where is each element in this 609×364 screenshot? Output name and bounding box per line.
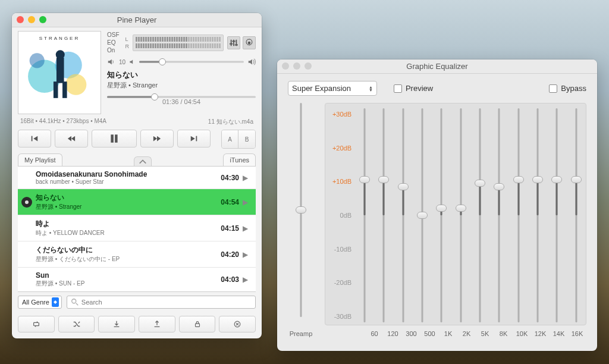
play-icon[interactable]: ▶ (239, 174, 251, 182)
svg-rect-19 (196, 136, 197, 142)
channel-left-label: L (125, 36, 130, 42)
ab-loop-a-button[interactable]: A (222, 130, 238, 148)
eq-preset-select[interactable]: Super Expansion ▲▼ (288, 81, 377, 96)
eq-band-slider[interactable] (436, 108, 447, 322)
play-icon[interactable]: ▶ (239, 250, 251, 259)
filename-label: 11 知らない.m4a (208, 118, 253, 126)
play-icon[interactable]: ▶ (239, 275, 251, 284)
track-duration: 04:03 (212, 275, 239, 284)
eq-band-slider[interactable] (513, 108, 524, 322)
svg-point-4 (30, 53, 45, 68)
track-subtitle: 星野源 • くだらないの中に - EP (36, 255, 212, 263)
track-subtitle: back number • Super Star (36, 178, 212, 185)
minimize-icon[interactable] (293, 62, 300, 70)
player-titlebar[interactable]: Pine Player (12, 13, 262, 27)
track-duration: 04:54 (212, 198, 239, 206)
svg-rect-7 (54, 81, 58, 98)
playlist-row[interactable]: 知らない星野源 • Stranger04:54▶ (18, 189, 256, 215)
now-playing-artist: 星野源 • Stranger (107, 81, 256, 90)
preview-label: Preview (406, 84, 433, 93)
genre-select[interactable]: All Genre (18, 296, 62, 309)
preamp-slider[interactable] (296, 103, 306, 317)
shuffle-button[interactable] (58, 316, 95, 332)
eq-band-slider[interactable] (378, 108, 389, 322)
track-title: Sun (36, 271, 212, 280)
eq-band-slider[interactable] (532, 108, 543, 322)
bypass-checkbox[interactable]: Bypass (549, 84, 586, 93)
svg-rect-9 (231, 39, 232, 46)
volume-low-icon (129, 58, 136, 66)
eq-band-slider[interactable] (551, 108, 562, 322)
now-playing-icon (21, 197, 32, 208)
eq-band-label: 12K (531, 330, 550, 337)
eq-band-slider[interactable] (494, 108, 504, 322)
play-icon[interactable]: ▶ (239, 224, 251, 233)
fastforward-button[interactable] (140, 130, 174, 148)
settings-button[interactable] (243, 36, 256, 49)
eq-band-label: 60 (365, 330, 384, 337)
eq-sliders-button[interactable] (227, 36, 240, 49)
play-pause-button[interactable] (92, 130, 137, 148)
eq-band-slider[interactable] (417, 108, 428, 322)
maximize-icon[interactable] (304, 62, 312, 70)
tab-my-playlist[interactable]: My Playlist (18, 153, 62, 166)
minimize-icon[interactable] (28, 16, 35, 23)
export-button[interactable] (139, 316, 175, 332)
eq-band-slider[interactable] (475, 108, 485, 322)
prev-track-button[interactable] (18, 130, 51, 148)
play-icon[interactable]: ▶ (239, 198, 251, 206)
db-tick-labels: +30dB+20dB+10dB0dB-10dB-20dB-30dB (325, 108, 355, 322)
genre-select-value: All Genre (22, 299, 49, 306)
playlist-row[interactable]: くだらないの中に星野源 • くだらないの中に - EP04:20▶ (18, 241, 256, 268)
now-playing-title: 知らない (107, 70, 256, 80)
svg-rect-14 (235, 44, 238, 45)
eq-band-label: 1K (439, 330, 457, 337)
eq-band-slider[interactable] (571, 108, 582, 322)
eq-band-slider[interactable] (456, 108, 466, 322)
svg-point-3 (65, 74, 86, 95)
volume-slider[interactable] (139, 58, 244, 66)
search-field[interactable] (81, 299, 252, 306)
eq-window-title: Graphic Equalizer (406, 62, 467, 71)
chevron-up-down-icon: ▲▼ (369, 86, 373, 92)
playlist-row[interactable]: Omoidasenakunaru Sonohimadeback number •… (18, 167, 256, 189)
track-title: Omoidasenakunaru Sonohimade (36, 170, 212, 178)
volume-value: 10 (119, 59, 125, 65)
import-button[interactable] (98, 316, 135, 332)
preview-checkbox[interactable]: Preview (394, 84, 433, 93)
search-input[interactable] (67, 296, 256, 309)
tab-itunes[interactable]: iTunes (223, 153, 256, 166)
repeat-button[interactable] (18, 316, 55, 332)
rewind-button[interactable] (55, 130, 88, 148)
track-duration: 04:15 (212, 224, 239, 233)
track-subtitle: 時よ • YELLOW DANCER (36, 229, 212, 237)
search-icon (71, 298, 79, 306)
close-icon[interactable] (17, 16, 24, 23)
playlist-row[interactable]: Sun星野源 • SUN - EP04:03▶ (18, 268, 256, 291)
svg-rect-13 (232, 40, 235, 42)
volume-high-icon (247, 58, 256, 66)
playlist-row[interactable]: 時よ時よ • YELLOW DANCER04:15▶ (18, 215, 256, 241)
track-title: くだらないの中に (36, 245, 212, 255)
svg-rect-18 (115, 134, 118, 143)
playlist: Omoidasenakunaru Sonohimadeback number •… (18, 166, 256, 292)
track-title: 時よ (36, 219, 212, 229)
osf-labels: OSF EQ On (107, 31, 122, 54)
eq-band-label: 120 (384, 330, 402, 337)
maximize-icon[interactable] (39, 16, 46, 23)
close-icon[interactable] (282, 62, 289, 70)
svg-rect-5 (56, 58, 64, 83)
eq-titlebar[interactable]: Graphic Equalizer (277, 59, 597, 74)
svg-point-15 (248, 41, 250, 43)
remove-button[interactable] (219, 316, 256, 332)
next-track-button[interactable] (177, 130, 211, 148)
album-art: STRANGER (18, 31, 101, 114)
lock-button[interactable] (179, 316, 216, 332)
eq-band-slider[interactable] (398, 108, 409, 322)
ab-loop-b-button[interactable]: B (238, 130, 255, 148)
playlist-scroll-up-button[interactable] (134, 156, 152, 166)
album-name: STRANGER (18, 36, 101, 41)
eq-band-slider[interactable] (359, 108, 370, 322)
channel-right-label: R (125, 43, 130, 49)
track-duration: 04:20 (212, 250, 239, 259)
